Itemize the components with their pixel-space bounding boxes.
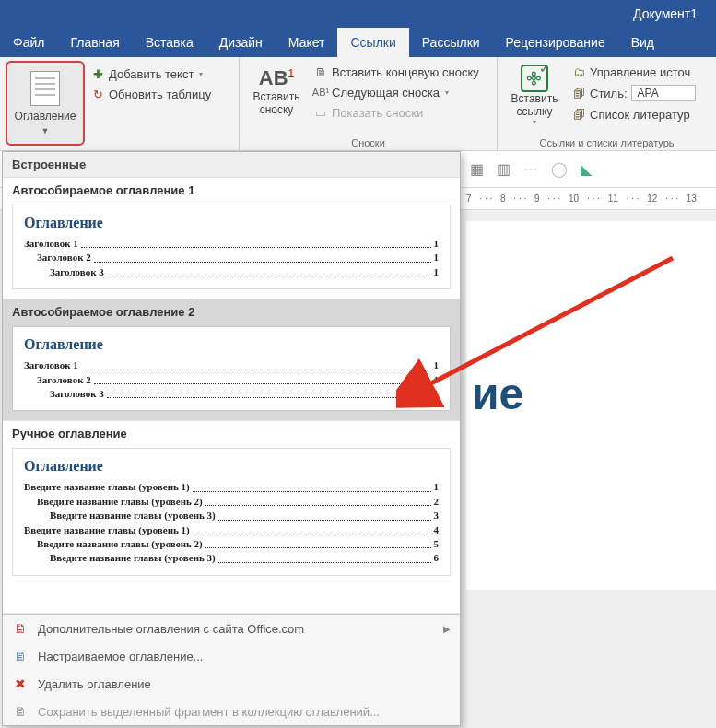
bibliography-label: Список литератур bbox=[590, 108, 690, 122]
gallery-item-manual[interactable]: Ручное оглавление Оглавление Введите наз… bbox=[3, 421, 460, 614]
gallery-item-title: Автособираемое оглавление 1 bbox=[12, 183, 451, 197]
toc-page: 1 bbox=[434, 373, 440, 387]
tab-layout[interactable]: Макет bbox=[276, 28, 338, 57]
toc-page: 5 bbox=[434, 537, 440, 551]
group-toc: Оглавление ▼ ✚ Добавить текст ▾ ↻ Обнови… bbox=[0, 57, 240, 150]
insert-footnote-button[interactable]: AB1 Вставить сноску bbox=[245, 61, 308, 122]
toc-button[interactable]: Оглавление ▼ bbox=[6, 61, 85, 146]
preview-title: Оглавление bbox=[24, 458, 439, 475]
refresh-icon: ↻ bbox=[90, 87, 105, 101]
link-icon: ⌘ bbox=[521, 65, 548, 92]
preview-title: Оглавление bbox=[24, 336, 439, 353]
chevron-down-icon: ▾ bbox=[533, 118, 536, 126]
ruler-tick: 8 bbox=[500, 194, 506, 204]
update-table-label: Обновить таблицу bbox=[109, 88, 211, 101]
custom-toc[interactable]: 🗎 Настраиваемое оглавление... bbox=[3, 642, 460, 670]
document-icon: 🗎 bbox=[12, 648, 29, 664]
style-icon: 🗐 bbox=[571, 86, 586, 100]
next-footnote-icon: AB¹ bbox=[313, 85, 328, 100]
tab-insert[interactable]: Вставка bbox=[133, 28, 206, 57]
document-page[interactable]: ие bbox=[466, 221, 716, 590]
manage-sources-button[interactable]: 🗂 Управление источ bbox=[571, 63, 696, 81]
save-selection-label: Сохранить выделенный фрагмент в коллекци… bbox=[38, 705, 380, 719]
insert-citation-label: Вставить ссылку bbox=[507, 92, 562, 118]
ribbon-tabs: Файл Главная Вставка Дизайн Макет Ссылки… bbox=[0, 28, 716, 57]
toc-entry: Заголовок 2 bbox=[37, 251, 91, 264]
tab-review[interactable]: Рецензирование bbox=[493, 28, 618, 57]
chevron-right-icon: ▶ bbox=[443, 624, 451, 634]
gallery-item-auto1[interactable]: Автособираемое оглавление 1 Оглавление З… bbox=[3, 178, 460, 299]
doc-heading-fragment: ие bbox=[472, 369, 716, 419]
remove-toc[interactable]: ✖ Удалить оглавление bbox=[3, 670, 460, 698]
show-notes-label: Показать сноски bbox=[332, 106, 423, 120]
style-select[interactable]: APA bbox=[631, 85, 696, 101]
ab-icon: AB1 bbox=[259, 66, 294, 90]
tab-view[interactable]: Вид bbox=[618, 28, 667, 57]
ruler-tick: 7 bbox=[466, 194, 472, 204]
show-notes-button[interactable]: ▭ Показать сноски bbox=[313, 103, 479, 122]
toc-entry: Введите название главы (уровень 2) bbox=[37, 495, 203, 509]
manage-sources-icon: 🗂 bbox=[571, 65, 586, 79]
chevron-down-icon: ▾ bbox=[199, 70, 203, 78]
table-icon[interactable]: ▦ bbox=[470, 160, 484, 178]
triangle-icon[interactable]: ◣ bbox=[581, 160, 592, 178]
save-selection-toc: 🗎 Сохранить выделенный фрагмент в коллек… bbox=[3, 698, 460, 725]
gallery-item-auto2[interactable]: Автособираемое оглавление 2 Оглавление З… bbox=[3, 299, 460, 421]
endnote-icon: 🗎 bbox=[313, 65, 328, 79]
chevron-down-icon: ▼ bbox=[41, 126, 50, 135]
gallery-header-builtin: Встроенные bbox=[3, 152, 460, 178]
more-from-office[interactable]: 🗎 Дополнительные оглавления с сайта Offi… bbox=[3, 615, 460, 642]
group-footnotes: AB1 Вставить сноску 🗎 Вставить концевую … bbox=[240, 57, 498, 150]
toc-page: 1 bbox=[434, 387, 440, 401]
toc-entry: Заголовок 1 bbox=[24, 237, 78, 251]
toc-entry: Введите название главы (уровень 2) bbox=[37, 537, 203, 551]
style-dropdown[interactable]: 🗐 Стиль: APA bbox=[571, 83, 696, 103]
titlebar: Документ1 bbox=[0, 0, 716, 28]
toc-button-label: Оглавление bbox=[15, 110, 76, 123]
insert-endnote-button[interactable]: 🗎 Вставить концевую сноску bbox=[313, 63, 479, 81]
remove-icon: ✖ bbox=[12, 675, 29, 692]
next-footnote-button[interactable]: AB¹ Следующая сноска ▾ bbox=[313, 83, 479, 101]
office-icon: 🗎 bbox=[12, 620, 29, 637]
toc-entry: Заголовок 2 bbox=[37, 373, 91, 387]
add-text-button[interactable]: ✚ Добавить текст ▾ bbox=[90, 65, 211, 83]
more-from-office-label: Дополнительные оглавления с сайта Office… bbox=[38, 622, 304, 636]
ribbon: Оглавление ▼ ✚ Добавить текст ▾ ↻ Обнови… bbox=[0, 57, 716, 151]
toc-entry: Введите название главы (уровень 3) bbox=[50, 509, 216, 523]
update-table-button[interactable]: ↻ Обновить таблицу bbox=[90, 85, 211, 103]
chevron-down-icon: ▾ bbox=[445, 88, 449, 97]
tab-mailings[interactable]: Рассылки bbox=[409, 28, 493, 57]
tab-references[interactable]: Ссылки bbox=[337, 28, 408, 57]
circle-icon[interactable]: ◯ bbox=[551, 160, 568, 178]
toc-page: 2 bbox=[434, 495, 440, 509]
ruler-tick: 9 bbox=[534, 194, 540, 204]
group-citations: ⌘ Вставить ссылку ▾ 🗂 Управление источ 🗐… bbox=[498, 57, 716, 150]
remove-toc-label: Удалить оглавление bbox=[38, 677, 151, 691]
toc-page: 1 bbox=[434, 480, 440, 494]
tab-file[interactable]: Файл bbox=[0, 28, 57, 57]
insert-citation-button[interactable]: ⌘ Вставить ссылку ▾ bbox=[503, 61, 566, 130]
custom-toc-label: Настраиваемое оглавление... bbox=[38, 650, 203, 663]
toc-page: 1 bbox=[434, 251, 440, 264]
next-footnote-label: Следующая сноска bbox=[332, 86, 440, 100]
toc-preview: Оглавление Введите название главы (урове… bbox=[12, 448, 451, 575]
plus-icon: ✚ bbox=[90, 66, 105, 81]
toc-page: 1 bbox=[434, 265, 440, 279]
preview-title: Оглавление bbox=[24, 215, 439, 231]
style-label: Стиль: bbox=[590, 87, 628, 100]
gallery-item-title: Автособираемое оглавление 2 bbox=[12, 305, 451, 319]
tab-design[interactable]: Дизайн bbox=[206, 28, 276, 57]
bibliography-button[interactable]: 🗐 Список литератур bbox=[571, 105, 696, 123]
toc-entry: Введите название главы (уровень 1) bbox=[24, 523, 190, 537]
bibliography-icon: 🗐 bbox=[571, 107, 586, 122]
citations-caption: Ссылки и списки литературь bbox=[503, 135, 710, 148]
toc-page: 6 bbox=[434, 551, 440, 565]
gallery-item-title: Ручное оглавление bbox=[12, 427, 451, 440]
window-title: Документ1 bbox=[633, 6, 698, 21]
toc-gallery: Встроенные Автособираемое оглавление 1 О… bbox=[2, 151, 461, 726]
tab-home[interactable]: Главная bbox=[57, 28, 132, 57]
toc-page: 1 bbox=[434, 358, 440, 372]
table2-icon[interactable]: ▥ bbox=[497, 160, 511, 178]
dotted-icon[interactable]: ⋯ bbox=[523, 160, 538, 178]
toc-preview: Оглавление Заголовок 11 Заголовок 21 Заг… bbox=[12, 326, 451, 411]
